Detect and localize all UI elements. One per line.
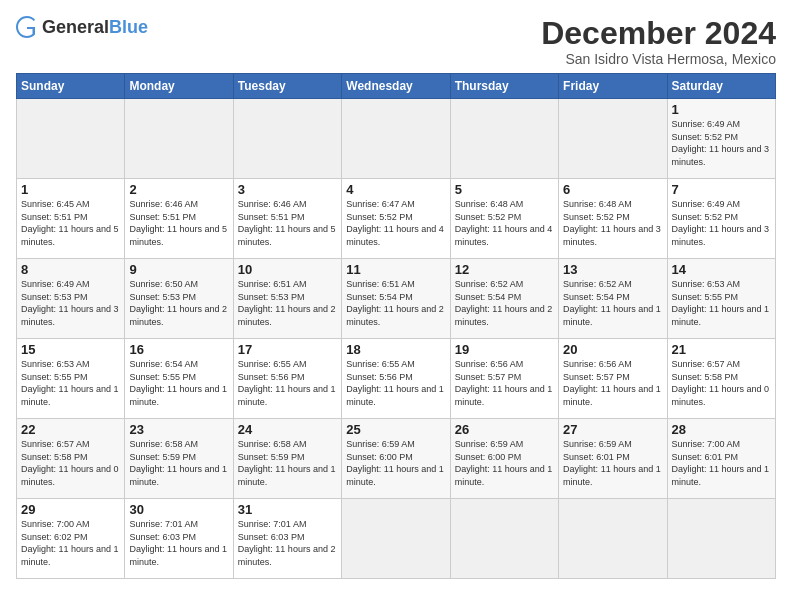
day-header-sunday: Sunday — [17, 74, 125, 99]
calendar-cell — [559, 99, 667, 179]
calendar-cell: 6Sunrise: 6:48 AMSunset: 5:52 PMDaylight… — [559, 179, 667, 259]
cell-info: Sunrise: 6:46 AMSunset: 5:51 PMDaylight:… — [129, 198, 228, 248]
calendar-cell: 7Sunrise: 6:49 AMSunset: 5:52 PMDaylight… — [667, 179, 775, 259]
calendar-week-6: 29Sunrise: 7:00 AMSunset: 6:02 PMDayligh… — [17, 499, 776, 579]
calendar-container: GeneralBlue December 2024 San Isidro Vis… — [0, 0, 792, 589]
calendar-cell: 29Sunrise: 7:00 AMSunset: 6:02 PMDayligh… — [17, 499, 125, 579]
day-number: 3 — [238, 182, 337, 197]
calendar-cell: 30Sunrise: 7:01 AMSunset: 6:03 PMDayligh… — [125, 499, 233, 579]
calendar-cell: 21Sunrise: 6:57 AMSunset: 5:58 PMDayligh… — [667, 339, 775, 419]
calendar-cell: 19Sunrise: 6:56 AMSunset: 5:57 PMDayligh… — [450, 339, 558, 419]
cell-info: Sunrise: 6:49 AMSunset: 5:52 PMDaylight:… — [672, 198, 771, 248]
month-title: December 2024 — [541, 16, 776, 51]
calendar-cell: 12Sunrise: 6:52 AMSunset: 5:54 PMDayligh… — [450, 259, 558, 339]
day-header-friday: Friday — [559, 74, 667, 99]
cell-info: Sunrise: 6:57 AMSunset: 5:58 PMDaylight:… — [672, 358, 771, 408]
calendar-week-5: 22Sunrise: 6:57 AMSunset: 5:58 PMDayligh… — [17, 419, 776, 499]
calendar-cell — [667, 499, 775, 579]
day-number: 6 — [563, 182, 662, 197]
day-number: 7 — [672, 182, 771, 197]
calendar-body: 1Sunrise: 6:49 AMSunset: 5:52 PMDaylight… — [17, 99, 776, 579]
cell-info: Sunrise: 7:00 AMSunset: 6:01 PMDaylight:… — [672, 438, 771, 488]
cell-info: Sunrise: 6:58 AMSunset: 5:59 PMDaylight:… — [238, 438, 337, 488]
calendar-cell: 22Sunrise: 6:57 AMSunset: 5:58 PMDayligh… — [17, 419, 125, 499]
day-number: 16 — [129, 342, 228, 357]
cell-info: Sunrise: 6:55 AMSunset: 5:56 PMDaylight:… — [346, 358, 445, 408]
calendar-cell: 11Sunrise: 6:51 AMSunset: 5:54 PMDayligh… — [342, 259, 450, 339]
calendar-cell: 5Sunrise: 6:48 AMSunset: 5:52 PMDaylight… — [450, 179, 558, 259]
day-number: 31 — [238, 502, 337, 517]
calendar-cell: 23Sunrise: 6:58 AMSunset: 5:59 PMDayligh… — [125, 419, 233, 499]
cell-info: Sunrise: 6:56 AMSunset: 5:57 PMDaylight:… — [455, 358, 554, 408]
cell-info: Sunrise: 6:59 AMSunset: 6:00 PMDaylight:… — [455, 438, 554, 488]
calendar-cell: 1Sunrise: 6:45 AMSunset: 5:51 PMDaylight… — [17, 179, 125, 259]
day-number: 11 — [346, 262, 445, 277]
day-number: 30 — [129, 502, 228, 517]
cell-info: Sunrise: 6:55 AMSunset: 5:56 PMDaylight:… — [238, 358, 337, 408]
day-number: 4 — [346, 182, 445, 197]
calendar-cell — [342, 99, 450, 179]
day-header-tuesday: Tuesday — [233, 74, 341, 99]
calendar-cell: 10Sunrise: 6:51 AMSunset: 5:53 PMDayligh… — [233, 259, 341, 339]
cell-info: Sunrise: 6:46 AMSunset: 5:51 PMDaylight:… — [238, 198, 337, 248]
title-block: December 2024 San Isidro Vista Hermosa, … — [541, 16, 776, 67]
calendar-cell — [450, 499, 558, 579]
day-number: 15 — [21, 342, 120, 357]
calendar-cell — [17, 99, 125, 179]
calendar-cell: 26Sunrise: 6:59 AMSunset: 6:00 PMDayligh… — [450, 419, 558, 499]
day-number: 29 — [21, 502, 120, 517]
day-number: 27 — [563, 422, 662, 437]
cell-info: Sunrise: 6:59 AMSunset: 6:01 PMDaylight:… — [563, 438, 662, 488]
calendar-cell — [233, 99, 341, 179]
day-number: 5 — [455, 182, 554, 197]
calendar-cell — [450, 99, 558, 179]
calendar-cell — [342, 499, 450, 579]
calendar-cell: 25Sunrise: 6:59 AMSunset: 6:00 PMDayligh… — [342, 419, 450, 499]
cell-info: Sunrise: 6:49 AMSunset: 5:52 PMDaylight:… — [672, 118, 771, 168]
day-number: 8 — [21, 262, 120, 277]
calendar-cell: 18Sunrise: 6:55 AMSunset: 5:56 PMDayligh… — [342, 339, 450, 419]
day-number: 23 — [129, 422, 228, 437]
day-number: 19 — [455, 342, 554, 357]
calendar-cell: 1Sunrise: 6:49 AMSunset: 5:52 PMDaylight… — [667, 99, 775, 179]
day-number: 14 — [672, 262, 771, 277]
calendar-cell: 14Sunrise: 6:53 AMSunset: 5:55 PMDayligh… — [667, 259, 775, 339]
cell-info: Sunrise: 6:52 AMSunset: 5:54 PMDaylight:… — [563, 278, 662, 328]
calendar-header-row: SundayMondayTuesdayWednesdayThursdayFrid… — [17, 74, 776, 99]
cell-info: Sunrise: 6:51 AMSunset: 5:54 PMDaylight:… — [346, 278, 445, 328]
calendar-cell: 4Sunrise: 6:47 AMSunset: 5:52 PMDaylight… — [342, 179, 450, 259]
calendar-week-3: 8Sunrise: 6:49 AMSunset: 5:53 PMDaylight… — [17, 259, 776, 339]
calendar-cell: 20Sunrise: 6:56 AMSunset: 5:57 PMDayligh… — [559, 339, 667, 419]
day-number: 10 — [238, 262, 337, 277]
logo-icon — [16, 16, 38, 38]
cell-info: Sunrise: 6:48 AMSunset: 5:52 PMDaylight:… — [563, 198, 662, 248]
calendar-week-1: 1Sunrise: 6:49 AMSunset: 5:52 PMDaylight… — [17, 99, 776, 179]
calendar-cell: 2Sunrise: 6:46 AMSunset: 5:51 PMDaylight… — [125, 179, 233, 259]
day-number: 12 — [455, 262, 554, 277]
cell-info: Sunrise: 6:54 AMSunset: 5:55 PMDaylight:… — [129, 358, 228, 408]
header: GeneralBlue December 2024 San Isidro Vis… — [16, 16, 776, 67]
calendar-cell: 8Sunrise: 6:49 AMSunset: 5:53 PMDaylight… — [17, 259, 125, 339]
logo-general: General — [42, 17, 109, 37]
calendar-cell: 28Sunrise: 7:00 AMSunset: 6:01 PMDayligh… — [667, 419, 775, 499]
day-number: 26 — [455, 422, 554, 437]
day-number: 28 — [672, 422, 771, 437]
day-number: 1 — [672, 102, 771, 117]
cell-info: Sunrise: 6:58 AMSunset: 5:59 PMDaylight:… — [129, 438, 228, 488]
day-number: 17 — [238, 342, 337, 357]
day-number: 20 — [563, 342, 662, 357]
day-number: 25 — [346, 422, 445, 437]
calendar-cell: 27Sunrise: 6:59 AMSunset: 6:01 PMDayligh… — [559, 419, 667, 499]
location-title: San Isidro Vista Hermosa, Mexico — [541, 51, 776, 67]
cell-info: Sunrise: 7:00 AMSunset: 6:02 PMDaylight:… — [21, 518, 120, 568]
calendar-cell: 17Sunrise: 6:55 AMSunset: 5:56 PMDayligh… — [233, 339, 341, 419]
calendar-week-2: 1Sunrise: 6:45 AMSunset: 5:51 PMDaylight… — [17, 179, 776, 259]
day-number: 13 — [563, 262, 662, 277]
calendar-week-4: 15Sunrise: 6:53 AMSunset: 5:55 PMDayligh… — [17, 339, 776, 419]
cell-info: Sunrise: 6:51 AMSunset: 5:53 PMDaylight:… — [238, 278, 337, 328]
cell-info: Sunrise: 6:52 AMSunset: 5:54 PMDaylight:… — [455, 278, 554, 328]
day-number: 22 — [21, 422, 120, 437]
calendar-cell — [125, 99, 233, 179]
cell-info: Sunrise: 6:59 AMSunset: 6:00 PMDaylight:… — [346, 438, 445, 488]
day-header-wednesday: Wednesday — [342, 74, 450, 99]
